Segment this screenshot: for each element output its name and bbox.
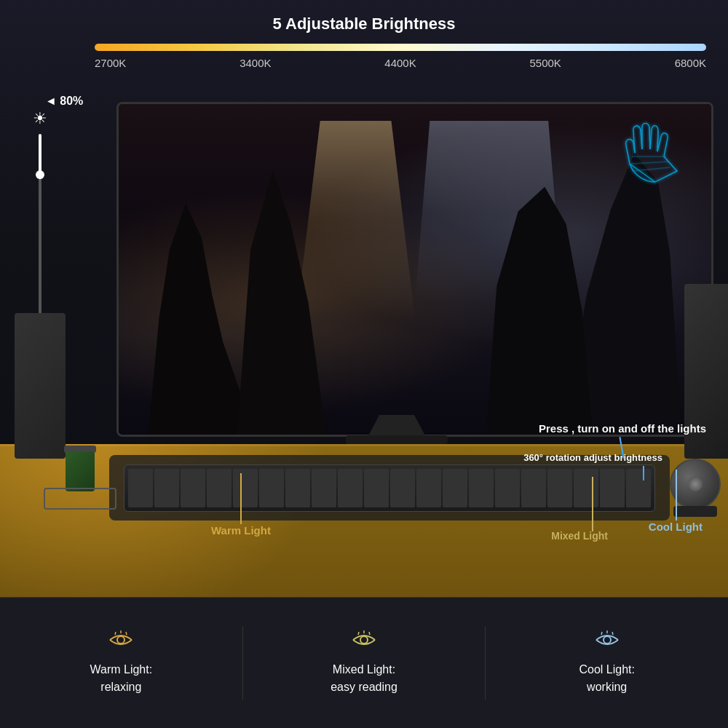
key (259, 469, 284, 507)
svg-line-5 (631, 162, 668, 164)
top-section: 5 Adjustable Brightness 2700K 3400K 4400… (0, 0, 728, 597)
key (207, 469, 232, 507)
main-container: 5 Adjustable Brightness 2700K 3400K 4400… (0, 0, 728, 728)
cup-body (66, 451, 95, 491)
key (547, 469, 572, 507)
warm-light-mode: Warm Light:relaxing (0, 630, 242, 696)
svg-line-12 (358, 632, 359, 635)
knob-base (673, 506, 717, 517)
key (469, 469, 494, 507)
key (233, 469, 258, 507)
knob-inner (688, 477, 703, 491)
key (521, 469, 546, 507)
temperature-labels: 2700K 3400K 4400K 5500K 6800K (95, 57, 706, 69)
svg-point-7 (117, 636, 124, 644)
key (443, 469, 467, 507)
desk-scene: Press , turn on and off the lights 360° … (66, 80, 728, 597)
press-label: Press , turn on and off the lights (539, 422, 706, 435)
knob-outer (670, 459, 721, 510)
mixed-connector-line (592, 477, 593, 531)
temp-3400k: 3400K (240, 57, 271, 69)
key (128, 469, 153, 507)
warm-connector-line (240, 473, 242, 524)
glasses-frame (44, 488, 116, 510)
key (312, 469, 336, 507)
speaker-left (15, 313, 66, 459)
warm-light-mode-label: Warm Light:relaxing (90, 661, 153, 696)
mixed-eye-icon (349, 630, 379, 655)
cool-light-mode-label: Cool Light:working (579, 661, 635, 696)
monitor-base (346, 435, 448, 444)
glasses (44, 488, 116, 510)
keyboard-keys (128, 469, 651, 507)
cool-connector-line (676, 470, 677, 521)
rotation-label: 360° rotation adjust brightness (523, 451, 662, 464)
rotation-text: 360° rotation adjust brightness (523, 452, 662, 463)
key (154, 469, 179, 507)
svg-line-14 (369, 632, 370, 635)
control-knob[interactable] (670, 459, 721, 510)
key (390, 469, 415, 507)
svg-line-2 (649, 127, 650, 149)
temp-gradient-bar (95, 44, 706, 51)
svg-line-16 (601, 632, 602, 635)
press-text: Press , turn on and off the lights (539, 422, 706, 435)
rotation-arrow (643, 466, 644, 480)
key (416, 469, 441, 507)
bottom-section: Warm Light:relaxing Mixed Light:easy rea… (0, 597, 728, 728)
slider-track (39, 134, 41, 338)
warm-eye-icon (106, 630, 135, 655)
temp-5500k: 5500K (529, 57, 561, 69)
blue-hand-illustration (582, 116, 728, 211)
svg-point-11 (360, 636, 368, 644)
key (181, 469, 205, 507)
temp-6800k: 6800K (675, 57, 706, 69)
mixed-light-mode: Mixed Light:easy reading (243, 630, 486, 696)
mixed-light-mode-label: Mixed Light:easy reading (331, 661, 397, 696)
cool-eye-icon (593, 630, 622, 655)
temp-2700k: 2700K (95, 57, 126, 69)
svg-line-18 (612, 632, 613, 635)
key (338, 469, 363, 507)
key (495, 469, 520, 507)
page-title: 5 Adjustable Brightness (272, 15, 455, 33)
warm-light-label: Warm Light (211, 524, 271, 537)
svg-line-8 (115, 632, 116, 635)
key (364, 469, 389, 507)
cool-light-mode: Cool Light:working (486, 630, 728, 696)
key (600, 469, 625, 507)
key (285, 469, 310, 507)
cool-light-label: Cool Light (649, 521, 703, 533)
sun-icon: ☀ (33, 109, 47, 128)
slider-thumb (36, 170, 44, 179)
temp-4400k: 4400K (384, 57, 416, 69)
svg-line-10 (126, 632, 127, 635)
key (574, 469, 598, 507)
svg-point-15 (604, 636, 611, 644)
key (626, 469, 651, 507)
temperature-bar (95, 44, 706, 51)
svg-line-3 (657, 131, 658, 151)
mixed-light-label: Mixed Light (551, 530, 608, 542)
keyboard (124, 464, 655, 512)
